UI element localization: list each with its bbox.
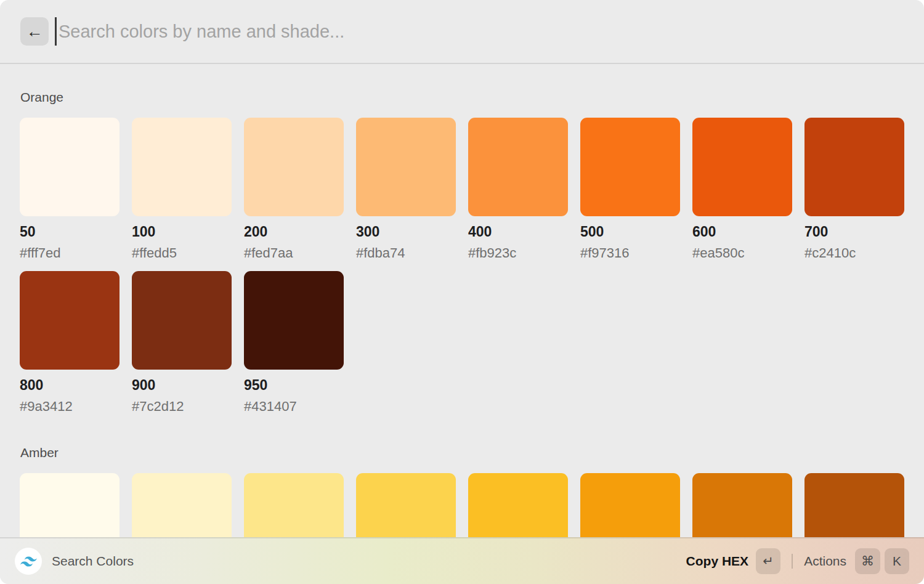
swatch-hex-label: #fed7aa — [244, 245, 344, 261]
swatch-shade-label: 800 — [20, 377, 120, 394]
swatch-hex-label: #ea580c — [692, 245, 792, 261]
actions-button[interactable]: Actions — [804, 554, 846, 569]
swatch-hex-label: #f97316 — [580, 245, 680, 261]
back-button[interactable]: ← — [20, 17, 49, 46]
swatch-shade-label: 900 — [132, 377, 232, 394]
swatch-shade-label: 300 — [356, 224, 456, 240]
swatch-hex-label: #431407 — [244, 399, 344, 415]
swatch-hex-label: #c2410c — [804, 245, 904, 261]
color-swatch[interactable] — [244, 118, 344, 216]
color-swatch[interactable] — [244, 271, 344, 370]
k-key-icon[interactable]: K — [885, 548, 909, 574]
color-swatch[interactable] — [132, 118, 232, 216]
palette-sections: Orange 50 #fff7ed 100 #ffedd5 200 #fed7a… — [0, 65, 924, 584]
color-swatch[interactable] — [356, 118, 456, 216]
section-title: Orange — [20, 90, 904, 105]
swatch-shade-label: 600 — [692, 224, 792, 240]
copy-hex-button[interactable]: Copy HEX — [686, 554, 749, 569]
swatch-shade-label: 700 — [804, 224, 904, 240]
swatch-hex-label: #fdba74 — [356, 245, 456, 261]
footer-separator — [792, 554, 793, 569]
swatch-hex-label: #7c2d12 — [132, 399, 232, 415]
search-colors-window: ← Orange 50 #fff7ed 100 #ffedd5 200 #fed… — [0, 0, 924, 584]
color-swatch[interactable] — [692, 118, 792, 216]
return-key-icon[interactable]: ↵ — [756, 548, 780, 574]
swatch-cell[interactable]: 50 #fff7ed — [20, 118, 120, 261]
swatch-shade-label: 950 — [244, 377, 344, 394]
command-key-icon[interactable]: ⌘ — [855, 548, 880, 574]
swatch-cell[interactable]: 900 #7c2d12 — [132, 271, 232, 415]
color-swatch[interactable] — [132, 271, 232, 370]
color-swatch[interactable] — [804, 118, 904, 216]
swatch-cell[interactable]: 400 #fb923c — [468, 118, 568, 261]
search-bar: ← — [0, 0, 924, 64]
swatch-cell[interactable]: 700 #c2410c — [804, 118, 904, 261]
search-input[interactable] — [59, 22, 904, 42]
swatch-shade-label: 400 — [468, 224, 568, 240]
swatch-cell[interactable]: 500 #f97316 — [580, 118, 680, 261]
swatch-grid: 50 #fff7ed 100 #ffedd5 200 #fed7aa 300 #… — [20, 118, 904, 415]
swatch-shade-label: 500 — [580, 224, 680, 240]
footer-action-bar: Search Colors Copy HEX ↵ Actions ⌘ K — [0, 537, 924, 584]
swatch-cell[interactable]: 600 #ea580c — [692, 118, 792, 261]
swatch-hex-label: #fff7ed — [20, 245, 120, 261]
text-caret — [55, 17, 57, 46]
swatch-cell[interactable]: 200 #fed7aa — [244, 118, 344, 261]
color-swatch[interactable] — [580, 118, 680, 216]
color-swatch[interactable] — [468, 118, 568, 216]
extension-title: Search Colors — [52, 554, 134, 569]
swatch-cell[interactable]: 800 #9a3412 — [20, 271, 120, 415]
section-title: Amber — [20, 445, 904, 460]
swatch-cell[interactable]: 950 #431407 — [244, 271, 344, 415]
footer-actions: Copy HEX ↵ Actions ⌘ K — [686, 548, 909, 574]
swatch-shade-label: 200 — [244, 224, 344, 240]
swatch-shade-label: 50 — [20, 224, 120, 240]
swatch-cell[interactable]: 300 #fdba74 — [356, 118, 456, 261]
swatch-hex-label: #fb923c — [468, 245, 568, 261]
color-section: Orange 50 #fff7ed 100 #ffedd5 200 #fed7a… — [20, 90, 904, 415]
color-swatch[interactable] — [20, 271, 120, 370]
color-swatch[interactable] — [20, 118, 120, 216]
swatch-cell[interactable]: 100 #ffedd5 — [132, 118, 232, 261]
tailwind-logo-icon — [15, 548, 42, 575]
swatch-hex-label: #ffedd5 — [132, 245, 232, 261]
swatch-shade-label: 100 — [132, 224, 232, 240]
back-arrow-icon: ← — [26, 22, 43, 41]
swatch-hex-label: #9a3412 — [20, 399, 120, 415]
